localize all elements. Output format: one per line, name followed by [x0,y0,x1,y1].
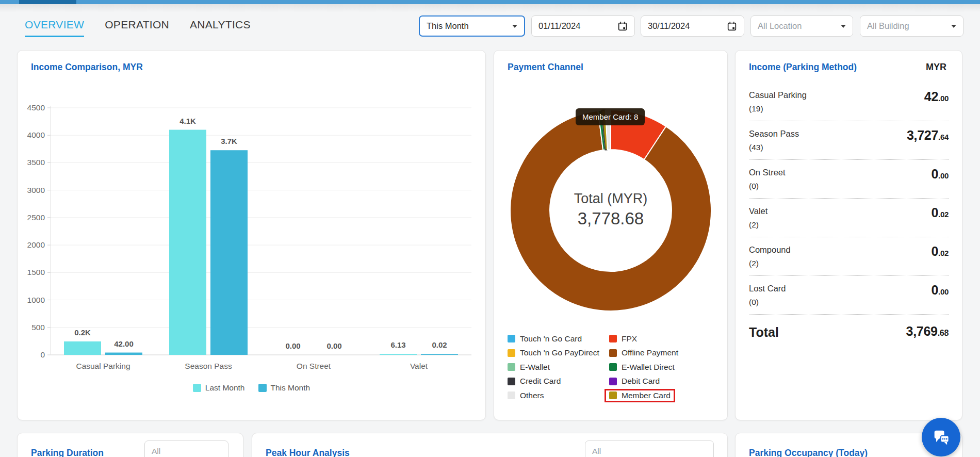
legend-label: This Month [271,383,311,393]
legend-item-offline-payment[interactable]: Offline Payment [606,348,681,358]
bar-valet-this-month[interactable] [421,354,458,355]
peak-hour-title: Peak Hour Analysis [266,448,350,457]
main-tabs: OVERVIEW OPERATION ANALYTICS [25,19,251,37]
legend-label: Touch 'n Go PayDirect [520,348,599,357]
parking-duration-card: Parking Duration All [17,433,243,457]
legend-swatch [508,391,515,399]
legend-item-fpx[interactable]: FPX [606,334,640,344]
legend-label: Others [520,391,544,400]
legend-swatch [609,335,617,342]
legend-label: Touch 'n Go Card [520,334,582,344]
legend-swatch [609,349,617,357]
row-value: 0.02 [931,205,949,220]
top-shadow [0,4,980,12]
occupancy-title: Parking Occupancy (Today) [749,448,868,457]
legend-item-touch-n-go-paydirect[interactable]: Touch 'n Go PayDirect [504,348,602,358]
legend-item-e-wallet[interactable]: E-Wallet [504,362,553,372]
location-select-value: All Location [758,21,802,31]
building-select[interactable]: All Building [860,15,963,37]
row-count: (19) [749,104,949,113]
bar-value-label: 3.7K [221,137,237,145]
legend-item-member-card[interactable]: Member Card [606,390,674,401]
legend-item-last-month[interactable]: Last Month [193,383,245,393]
period-select[interactable]: This Month [419,15,525,37]
legend-label: FPX [622,334,637,344]
income-row-casual-parking: Casual Parking(19)42.00 [749,83,949,121]
income-method-title: Income (Parking Method) [749,62,857,73]
svg-text:3000: 3000 [27,186,45,194]
legend-label: Debit Card [622,377,660,386]
legend-item-touch-n-go-card[interactable]: Touch 'n Go Card [504,334,585,344]
row-count: (43) [749,143,949,152]
bar-value-label: 42.00 [114,339,134,348]
location-select[interactable]: All Location [750,15,853,37]
date-to-value: 30/11/2024 [648,21,690,31]
row-value: 0.02 [931,244,949,259]
bar-value-label: 0.02 [432,340,447,349]
period-select-value: This Month [427,21,469,31]
row-label: Lost Card [749,284,949,293]
parking-duration-filter[interactable]: All [144,440,228,457]
bar-value-label: 6.13 [390,340,405,349]
row-value: 0.00 [931,167,949,182]
bar-value-label: 0.2K [74,328,91,337]
tab-overview[interactable]: OVERVIEW [25,19,84,37]
svg-text:4000: 4000 [27,130,45,139]
currency-label: MYR [926,62,946,73]
income-comparison-card: Income Comparison, MYR 05001000150020002… [17,50,486,420]
calendar-icon[interactable] [617,21,628,31]
legend-swatch [193,384,201,392]
legend-item-this-month[interactable]: This Month [258,383,311,393]
legend-swatch [508,349,515,357]
payment-channel-card: Payment Channel Total (MYR) 3,778.68 Mem… [494,50,728,420]
svg-text:2500: 2500 [27,213,45,222]
legend-item-credit-card[interactable]: Credit Card [504,376,564,386]
chevron-down-icon [841,25,846,28]
x-axis-label: Casual Parking [76,362,130,370]
row-label: On Street [749,168,949,177]
row-label: Valet [749,206,949,216]
chevron-down-icon [951,25,956,28]
scrollbar-thumb[interactable] [19,0,76,4]
bar-chart-legend: Last MonthThis Month [18,383,485,393]
legend-swatch [609,391,617,399]
chat-widget-button[interactable] [922,418,960,456]
legend-swatch [508,335,515,342]
bar-value-label: 0.00 [285,341,300,350]
tab-operation[interactable]: OPERATION [105,19,169,37]
bar-season-pass-this-month[interactable] [210,150,248,355]
horizontal-scrollbar[interactable] [0,0,980,4]
row-count: (2) [749,220,949,230]
svg-text:2000: 2000 [27,240,45,249]
chart-tooltip: Member Card: 8 [576,108,645,125]
legend-item-debit-card[interactable]: Debit Card [606,376,663,386]
date-from-input[interactable]: 01/11/2024 [531,15,635,37]
bar-valet-last-month[interactable] [380,354,417,355]
legend-item-others[interactable]: Others [504,390,547,401]
peak-hour-card: Peak Hour Analysis All [252,433,728,457]
income-method-card: Income (Parking Method) MYR Casual Parki… [735,50,962,420]
date-to-input[interactable]: 30/11/2024 [641,15,744,37]
income-total-row: Total3,769.68 [749,315,949,340]
legend-swatch [609,363,617,371]
payment-channel-title: Payment Channel [508,62,583,73]
income-row-lost-card: Lost Card(0)0.00 [749,276,949,315]
legend-label: Member Card [622,391,671,400]
peak-hour-filter[interactable]: All [585,440,714,457]
calendar-icon[interactable] [727,21,737,31]
row-count: (2) [749,259,949,268]
row-label: Casual Parking [749,90,949,100]
legend-swatch [508,363,515,371]
row-value: 0.00 [931,283,949,298]
bar-casual-parking-this-month[interactable] [105,353,142,355]
bar-casual-parking-last-month[interactable] [64,341,101,355]
tab-analytics[interactable]: ANALYTICS [190,19,251,37]
payment-channel-legend: Touch 'n Go CardTouch 'n Go PayDirectE-W… [508,332,717,403]
chat-icon [931,428,952,447]
legend-swatch [508,378,515,385]
bar-season-pass-last-month[interactable] [169,130,206,355]
row-count: (0) [749,298,949,307]
legend-item-e-wallet-direct[interactable]: E-Wallet Direct [606,362,678,372]
bar-value-label: 0.00 [326,341,341,350]
dashboard-page: OVERVIEW OPERATION ANALYTICS This Month … [0,0,980,457]
